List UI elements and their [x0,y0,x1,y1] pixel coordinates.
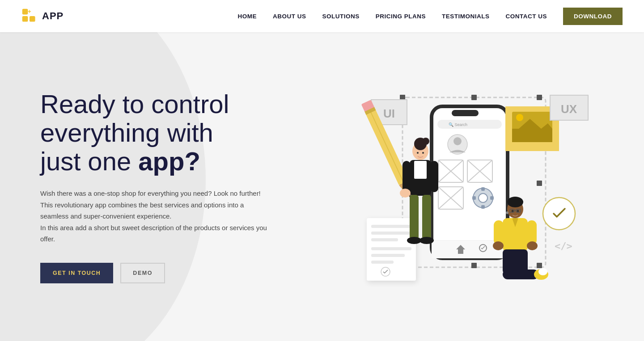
svg-rect-55 [371,261,394,264]
svg-rect-88 [494,220,504,245]
svg-point-93 [517,210,519,212]
svg-rect-89 [527,220,537,245]
download-button[interactable]: DOWNLOAD [563,8,623,25]
svg-rect-54 [371,254,405,257]
logo-icon: + [21,8,38,24]
svg-point-90 [493,241,504,250]
svg-rect-0 [22,9,28,15]
svg-rect-30 [481,187,485,191]
svg-rect-32 [472,196,476,200]
svg-rect-15 [437,120,502,129]
svg-point-76 [422,152,424,154]
illustration-svg: 🔍 Search [344,71,595,312]
svg-rect-52 [371,238,398,241]
svg-rect-31 [481,205,485,209]
svg-text:</>: </> [555,240,572,252]
svg-text:UX: UX [561,102,577,116]
svg-rect-9 [471,95,477,100]
hero-illustration: 🔍 Search [344,66,595,316]
svg-rect-85 [503,269,538,279]
svg-rect-69 [430,161,438,192]
svg-rect-72 [422,195,431,240]
logo[interactable]: + APP [21,8,64,24]
svg-rect-53 [371,247,411,250]
svg-text:🔍 Search: 🔍 Search [449,122,467,127]
svg-point-94 [506,211,508,214]
svg-rect-14 [452,110,479,116]
hero-description: Wish there was a one-stop shop for every… [40,188,273,245]
svg-point-91 [527,241,538,250]
svg-point-29 [479,194,487,202]
svg-point-65 [422,138,429,145]
hero-left: Ready to control everything with just on… [0,63,295,310]
hero-section: Ready to control everything with just on… [0,32,644,341]
svg-point-18 [453,137,462,145]
svg-rect-50 [371,225,411,228]
logo-text: APP [42,10,64,22]
svg-text:UI: UI [383,107,395,120]
svg-rect-1 [22,16,28,22]
svg-point-70 [400,189,411,198]
demo-button[interactable]: DEMO [120,263,165,283]
svg-rect-8 [537,263,542,268]
nav-contact[interactable]: CONTACT US [506,13,547,20]
nav-links: HOME ABOUT US SOLUTIONS PRICING PLANS TE… [237,8,623,25]
svg-point-42 [516,114,523,121]
svg-rect-71 [410,195,419,240]
svg-point-78 [507,197,523,207]
svg-rect-6 [537,95,542,100]
hero-buttons: GET IN TOUCH DEMO [40,263,295,283]
svg-rect-68 [402,161,411,192]
nav-about[interactable]: ABOUT US [273,13,306,20]
svg-point-74 [419,237,434,244]
svg-rect-37 [458,249,463,254]
nav-solutions[interactable]: SOLUTIONS [322,13,359,20]
nav-pricing[interactable]: PRICING PLANS [376,13,426,20]
hero-right: 🔍 Search [295,57,644,316]
svg-point-75 [417,152,419,154]
nav-testimonials[interactable]: TESTIMONIALS [442,13,490,20]
svg-rect-12 [537,181,542,186]
svg-text:+: + [28,8,31,15]
svg-rect-67 [414,161,427,179]
hero-title-bold: app? [138,147,200,176]
svg-rect-10 [471,263,477,268]
hero-title: Ready to control everything with just on… [40,90,295,175]
get-in-touch-button[interactable]: GET IN TOUCH [40,263,113,283]
navbar: + APP HOME ABOUT US SOLUTIONS PRICING PL… [0,0,644,32]
svg-point-87 [538,268,547,275]
svg-rect-51 [371,232,411,235]
svg-rect-2 [30,16,35,22]
svg-point-92 [512,210,514,212]
svg-point-73 [407,237,421,244]
nav-home[interactable]: HOME [237,13,257,20]
svg-rect-33 [490,196,494,200]
